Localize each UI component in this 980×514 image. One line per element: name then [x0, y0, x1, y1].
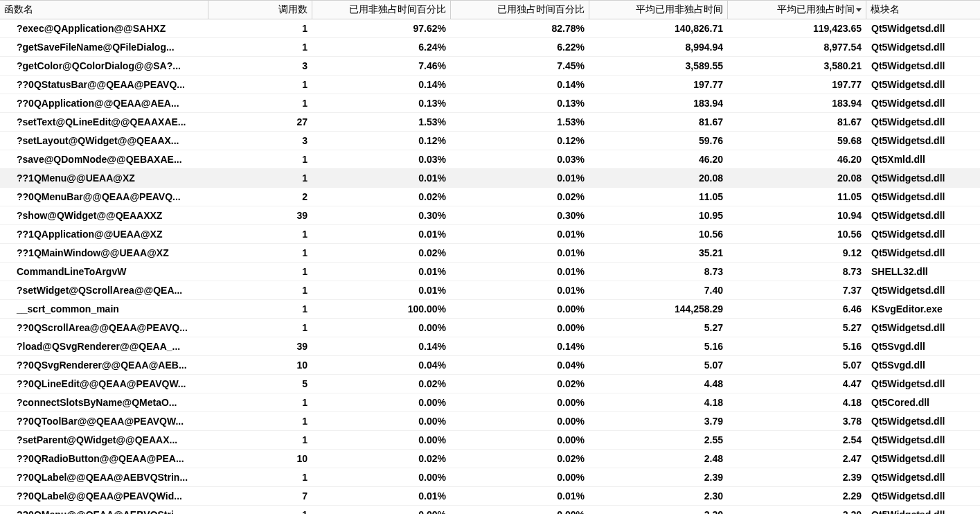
table-row[interactable]: ??1QMainWindow@@UEAA@XZ10.02%0.01%35.219… [0, 244, 980, 263]
cell-calls: 1 [208, 506, 312, 515]
cell-avg-inclusive: 8.73 [589, 263, 727, 281]
table-row[interactable]: ?getSaveFileName@QFileDialog...16.24%6.2… [0, 38, 980, 57]
cell-inclusive-pct: 6.24% [312, 38, 450, 57]
cell-inclusive-pct: 0.30% [312, 206, 450, 225]
cell-module: Qt5Xmld.dll [866, 150, 980, 169]
cell-calls: 10 [208, 356, 312, 375]
cell-avg-inclusive: 20.08 [589, 169, 727, 188]
cell-exclusive-pct: 0.00% [450, 412, 589, 431]
cell-exclusive-pct: 0.01% [450, 263, 589, 281]
cell-calls: 1 [208, 76, 312, 94]
cell-calls: 1 [208, 244, 312, 263]
cell-function: ??0QScrollArea@@QEAA@PEAVQ... [0, 319, 208, 337]
cell-avg-inclusive: 183.94 [589, 94, 727, 113]
cell-module: Qt5Widgetsd.dll [866, 506, 980, 515]
table-row[interactable]: ?setLayout@QWidget@@QEAAX...30.12%0.12%5… [0, 132, 980, 150]
cell-avg-inclusive: 7.40 [589, 281, 727, 300]
cell-function: ??1QMenu@@UEAA@XZ [0, 169, 208, 188]
table-row[interactable]: ??1QMenu@@UEAA@XZ10.01%0.01%20.0820.08Qt… [0, 169, 980, 188]
cell-avg-exclusive: 5.27 [727, 319, 866, 337]
cell-module: Qt5Widgetsd.dll [866, 375, 980, 393]
cell-avg-exclusive: 81.67 [727, 113, 866, 132]
cell-exclusive-pct: 0.03% [450, 150, 589, 169]
col-header-module[interactable]: 模块名 [866, 1, 980, 19]
cell-function: ?getSaveFileName@QFileDialog... [0, 38, 208, 57]
cell-function: CommandLineToArgvW [0, 263, 208, 281]
cell-avg-exclusive: 183.94 [727, 94, 866, 113]
table-row[interactable]: ??1QApplication@@UEAA@XZ10.01%0.01%10.56… [0, 225, 980, 244]
cell-inclusive-pct: 0.01% [312, 263, 450, 281]
header-row: 函数名 调用数 已用非独占时间百分比 已用独占时间百分比 平均已用非独占时间 平… [0, 1, 980, 19]
cell-exclusive-pct: 0.00% [450, 431, 589, 450]
cell-inclusive-pct: 0.01% [312, 225, 450, 244]
cell-function: ??1QApplication@@UEAA@XZ [0, 225, 208, 244]
col-header-inclusive-pct[interactable]: 已用非独占时间百分比 [312, 1, 450, 19]
cell-exclusive-pct: 0.14% [450, 337, 589, 356]
cell-calls: 1 [208, 19, 312, 38]
cell-inclusive-pct: 0.04% [312, 356, 450, 375]
cell-module: Qt5Widgetsd.dll [866, 431, 980, 450]
profiler-table[interactable]: 函数名 调用数 已用非独占时间百分比 已用独占时间百分比 平均已用非独占时间 平… [0, 0, 980, 514]
table-row[interactable]: ??0QToolBar@@QEAA@PEAVQW...10.00%0.00%3.… [0, 412, 980, 431]
table-row[interactable]: CommandLineToArgvW10.01%0.01%8.738.73SHE… [0, 263, 980, 281]
cell-inclusive-pct: 0.00% [312, 506, 450, 515]
table-row[interactable]: ??0QLabel@@QEAA@AEBVQStrin...10.00%0.00%… [0, 468, 980, 487]
cell-module: Qt5Widgetsd.dll [866, 169, 980, 188]
table-row[interactable]: ?exec@QApplication@@SAHXZ197.62%82.78%14… [0, 19, 980, 38]
col-header-exclusive-pct[interactable]: 已用独占时间百分比 [450, 1, 589, 19]
table-row[interactable]: ??0QLabel@@QEAA@PEAVQWid...70.01%0.01%2.… [0, 487, 980, 506]
cell-avg-inclusive: 35.21 [589, 244, 727, 263]
cell-module: Qt5Widgetsd.dll [866, 38, 980, 57]
cell-calls: 27 [208, 113, 312, 132]
cell-exclusive-pct: 0.30% [450, 206, 589, 225]
table-row[interactable]: ??0QRadioButton@@QEAA@PEA...100.02%0.02%… [0, 450, 980, 468]
cell-module: Qt5Widgetsd.dll [866, 19, 980, 38]
table-row[interactable]: ?setWidget@QScrollArea@@QEA...10.01%0.01… [0, 281, 980, 300]
table-row[interactable]: ??0QSvgRenderer@@QEAA@AEB...100.04%0.04%… [0, 356, 980, 375]
cell-inclusive-pct: 0.00% [312, 412, 450, 431]
table-row[interactable]: __scrt_common_main1100.00%0.00%144,258.2… [0, 300, 980, 319]
sort-indicator-desc-icon [856, 8, 862, 12]
cell-exclusive-pct: 0.00% [450, 393, 589, 412]
col-header-avg-inclusive[interactable]: 平均已用非独占时间 [589, 1, 727, 19]
cell-function: ?save@QDomNode@@QEBAXAE... [0, 150, 208, 169]
col-header-function[interactable]: 函数名 [0, 1, 208, 19]
table-row[interactable]: ??0QStatusBar@@QEAA@PEAVQ...10.14%0.14%1… [0, 76, 980, 94]
cell-avg-exclusive: 8,977.54 [727, 38, 866, 57]
cell-function: __scrt_common_main [0, 300, 208, 319]
cell-exclusive-pct: 0.00% [450, 468, 589, 487]
table-row[interactable]: ??0QMenu@@QEAA@AEBVQStri...10.00%0.00%2.… [0, 506, 980, 515]
cell-exclusive-pct: 0.12% [450, 132, 589, 150]
cell-function: ??0QLabel@@QEAA@AEBVQStrin... [0, 468, 208, 487]
table-row[interactable]: ?save@QDomNode@@QEBAXAE...10.03%0.03%46.… [0, 150, 980, 169]
cell-calls: 2 [208, 188, 312, 206]
cell-avg-inclusive: 2.39 [589, 468, 727, 487]
table-row[interactable]: ?connectSlotsByName@QMetaO...10.00%0.00%… [0, 393, 980, 412]
cell-function: ??0QLineEdit@@QEAA@PEAVQW... [0, 375, 208, 393]
cell-avg-exclusive: 10.56 [727, 225, 866, 244]
cell-calls: 3 [208, 132, 312, 150]
cell-exclusive-pct: 7.45% [450, 57, 589, 76]
cell-avg-exclusive: 2.54 [727, 431, 866, 450]
cell-avg-exclusive: 6.46 [727, 300, 866, 319]
col-header-avg-exclusive[interactable]: 平均已用独占时间 [727, 1, 866, 19]
table-row[interactable]: ?setParent@QWidget@@QEAAX...10.00%0.00%2… [0, 431, 980, 450]
cell-module: KSvgEditor.exe [866, 300, 980, 319]
cell-avg-inclusive: 140,826.71 [589, 19, 727, 38]
table-row[interactable]: ?setText@QLineEdit@@QEAAXAE...271.53%1.5… [0, 113, 980, 132]
table-row[interactable]: ??0QScrollArea@@QEAA@PEAVQ...10.00%0.00%… [0, 319, 980, 337]
table-row[interactable]: ??0QLineEdit@@QEAA@PEAVQW...50.02%0.02%4… [0, 375, 980, 393]
cell-inclusive-pct: 0.00% [312, 393, 450, 412]
cell-avg-inclusive: 5.27 [589, 319, 727, 337]
table-row[interactable]: ??0QMenuBar@@QEAA@PEAVQ...20.02%0.02%11.… [0, 188, 980, 206]
cell-exclusive-pct: 0.04% [450, 356, 589, 375]
cell-avg-inclusive: 2.30 [589, 487, 727, 506]
cell-avg-exclusive: 20.08 [727, 169, 866, 188]
cell-avg-inclusive: 8,994.94 [589, 38, 727, 57]
col-header-calls[interactable]: 调用数 [208, 1, 312, 19]
table-row[interactable]: ??0QApplication@@QEAA@AEA...10.13%0.13%1… [0, 94, 980, 113]
table-row[interactable]: ?load@QSvgRenderer@@QEAA_...390.14%0.14%… [0, 337, 980, 356]
cell-module: Qt5Widgetsd.dll [866, 412, 980, 431]
table-row[interactable]: ?getColor@QColorDialog@@SA?...37.46%7.45… [0, 57, 980, 76]
table-row[interactable]: ?show@QWidget@@QEAAXXZ390.30%0.30%10.951… [0, 206, 980, 225]
